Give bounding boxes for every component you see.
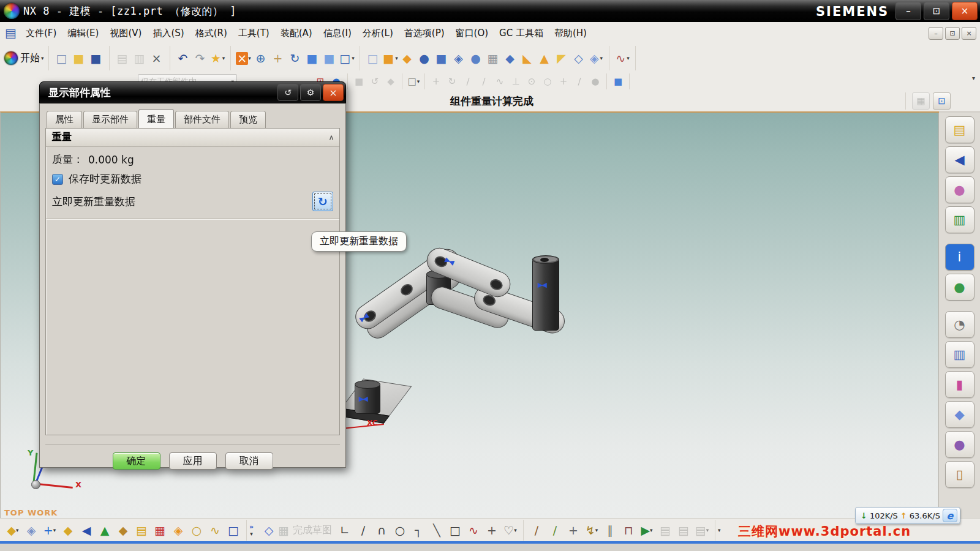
- relations-browser-icon[interactable]: ∿▾: [206, 521, 224, 539]
- toolbar-overflow-arrow[interactable]: ▾: [715, 527, 723, 534]
- snap-circle-icon[interactable]: ○▾: [540, 74, 556, 89]
- line-icon[interactable]: ∕▾: [354, 521, 372, 539]
- dropdown-arrow-icon[interactable]: ▾: [600, 55, 603, 61]
- favorites-icon[interactable]: ★▾: [209, 48, 226, 68]
- assembly-navigator-icon[interactable]: ▤: [945, 116, 974, 143]
- open-icon[interactable]: ■▾: [70, 48, 88, 68]
- tab-part-file[interactable]: 部件文件: [175, 111, 229, 128]
- start-menu-button[interactable]: 开始: [20, 52, 40, 65]
- menu-file[interactable]: 文件(F): [20, 24, 62, 43]
- assembly-constraints-icon[interactable]: ◀▾: [77, 521, 96, 539]
- dropdown-arrow-icon[interactable]: ▾: [222, 55, 225, 61]
- menu-preferences[interactable]: 首选项(P): [399, 24, 450, 43]
- copy-icon[interactable]: ▤▾: [114, 48, 131, 68]
- menu-format[interactable]: 格式(R): [190, 24, 233, 43]
- pocket-icon[interactable]: ◈▾: [450, 48, 467, 68]
- dialog-titlebar[interactable]: 显示部件属性 ↺⚙×: [39, 81, 346, 103]
- mdi-restore-button[interactable]: ⊡: [945, 27, 960, 40]
- thread-icon[interactable]: ▦▾: [484, 48, 502, 68]
- wave-geometry-linker-icon[interactable]: ◈▾: [169, 521, 187, 539]
- update-on-save-checkbox[interactable]: ✓: [52, 174, 63, 185]
- wireframe-view-icon[interactable]: □▾: [338, 48, 355, 68]
- tab-preview[interactable]: 预览: [230, 111, 266, 128]
- redo-icon[interactable]: ↷▾: [192, 48, 209, 68]
- revolve-icon[interactable]: ◆▾: [399, 48, 416, 68]
- show-dof-icon[interactable]: ▲▾: [96, 521, 114, 539]
- sketch-tool3-icon[interactable]: ▤▾: [693, 521, 711, 539]
- snap-line2-icon[interactable]: ∕▾: [476, 74, 492, 89]
- add-component-icon[interactable]: +▾: [40, 521, 59, 539]
- sketch-tool2-icon[interactable]: ▤▾: [674, 521, 693, 539]
- menu-assemblies[interactable]: 装配(A): [275, 24, 318, 43]
- ok-button[interactable]: 确定: [113, 452, 160, 470]
- marquee-select-icon[interactable]: □▾: [405, 74, 421, 89]
- history-icon[interactable]: ◔: [945, 311, 974, 338]
- menu-edit[interactable]: 编辑(E): [62, 24, 104, 43]
- dropdown-arrow-icon[interactable]: ▾: [53, 527, 56, 533]
- dropdown-arrow-icon[interactable]: ▾: [514, 527, 517, 533]
- snap-perpendicular-icon[interactable]: ⊥▾: [508, 74, 524, 89]
- finish-sketch-icon[interactable]: ▦完成草图▾: [278, 521, 336, 539]
- window-icon[interactable]: ×▾: [235, 48, 252, 68]
- pan-icon[interactable]: +▾: [270, 48, 287, 68]
- dropdown-arrow-icon[interactable]: ▾: [595, 527, 598, 533]
- profile-icon[interactable]: ∟▾: [336, 521, 354, 539]
- unite-icon[interactable]: ◆▾: [502, 48, 519, 68]
- quick-extend-icon[interactable]: ∕▾: [546, 521, 564, 539]
- shaded-edges-view-icon[interactable]: ■▾: [321, 48, 338, 68]
- snap-plus-icon[interactable]: +▾: [556, 74, 571, 89]
- cylinder-icon[interactable]: ●▾: [467, 48, 484, 68]
- hd3d-tool-icon[interactable]: i: [945, 244, 974, 271]
- datum-csys-icon[interactable]: ■▾: [610, 74, 626, 89]
- dropdown-arrow-icon[interactable]: ▾: [706, 527, 709, 533]
- sketch-tool-icon[interactable]: ▤▾: [656, 521, 674, 539]
- menu-gc-toolbox[interactable]: GC 工具箱: [494, 24, 549, 43]
- show-hide-icon[interactable]: ◈▾: [22, 521, 40, 539]
- zoom-icon[interactable]: ⊕▾: [252, 48, 270, 68]
- auto-constrain-icon[interactable]: ↯▾: [582, 521, 601, 539]
- close-button[interactable]: ×: [952, 2, 978, 20]
- menu-view[interactable]: 视图(V): [104, 24, 147, 43]
- tab-weight[interactable]: 重量: [138, 109, 174, 129]
- delete-icon[interactable]: ×▾: [148, 48, 165, 68]
- trim-body-icon[interactable]: ◣▾: [519, 48, 536, 68]
- chamfer-icon[interactable]: ◤▾: [553, 48, 570, 68]
- constraint-navigator-icon[interactable]: ◀: [945, 146, 974, 173]
- menu-help[interactable]: 帮助(H): [549, 24, 592, 43]
- shaded-view-icon[interactable]: ■▾: [304, 48, 321, 68]
- mdi-minimize-button[interactable]: –: [929, 27, 943, 40]
- fit-view-icon[interactable]: ⊡: [933, 92, 951, 110]
- visualization-icon[interactable]: ◆: [945, 401, 974, 428]
- pattern-component-icon[interactable]: ▤▾: [132, 521, 151, 539]
- draft-icon[interactable]: ◇▾: [570, 48, 587, 68]
- hole-icon[interactable]: ●▾: [416, 48, 433, 68]
- update-weight-now-button[interactable]: ↻: [312, 192, 333, 211]
- menu-insert[interactable]: 插入(S): [147, 24, 189, 43]
- snap-line-icon[interactable]: ∕▾: [460, 74, 476, 89]
- tab-properties[interactable]: 属性: [47, 111, 82, 128]
- reuse-library-icon[interactable]: ▥: [945, 206, 974, 233]
- finish-flag-icon[interactable]: ▦: [912, 92, 930, 110]
- move-object-icon[interactable]: ◆▾: [383, 74, 399, 89]
- menu-window[interactable]: 窗口(O): [450, 24, 494, 43]
- snap-curve-icon[interactable]: ∿▾: [492, 74, 508, 89]
- navigation-panel-icon[interactable]: ▯: [945, 461, 974, 488]
- dialog-close-button[interactable]: ×: [323, 84, 344, 101]
- dropdown-arrow-icon[interactable]: ▾: [352, 55, 355, 61]
- arc-icon[interactable]: ∩▾: [372, 521, 391, 539]
- paste-icon[interactable]: ▥▾: [131, 48, 148, 68]
- make-corner-icon[interactable]: +▾: [564, 521, 582, 539]
- work-part-icon[interactable]: ■▾: [351, 74, 367, 89]
- move-component-icon[interactable]: ◆▾: [59, 521, 77, 539]
- snap-face-icon[interactable]: ●▾: [587, 74, 603, 89]
- part-navigator-icon[interactable]: ●: [945, 176, 974, 203]
- snap-center-icon[interactable]: ⊙▾: [524, 74, 540, 89]
- new-file-icon[interactable]: □▾: [53, 48, 70, 68]
- apply-button[interactable]: 应用: [169, 452, 217, 470]
- dropdown-arrow-icon[interactable]: ▾: [248, 55, 251, 61]
- palettes-icon[interactable]: ▥: [945, 341, 974, 368]
- collapse-icon[interactable]: ∧: [323, 133, 339, 142]
- toolbar-overflow-arrow[interactable]: ▾: [972, 75, 975, 81]
- dialog-options-button[interactable]: ⚙: [300, 84, 321, 101]
- offset-curve-icon[interactable]: ♡▾: [501, 521, 519, 539]
